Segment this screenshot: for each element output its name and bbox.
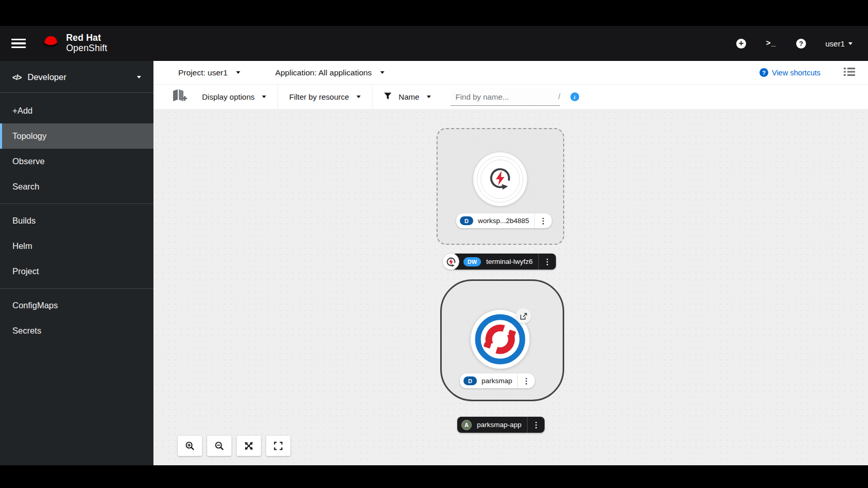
parksmap-app-group-label[interactable]: A parksmap-app ⋮ (457, 417, 545, 433)
sidebar-section-divider (0, 203, 153, 204)
sidebar-nav: +Add Topology Observe Search Builds Helm… (0, 93, 153, 343)
user-menu[interactable]: user1 (825, 39, 853, 48)
workspace-node-label[interactable]: D worksp...2b4885 ⋮ (456, 213, 552, 228)
sidebar-item-builds[interactable]: Builds (0, 208, 153, 233)
display-options-dropdown[interactable]: Display options (191, 89, 277, 105)
terminal-icon[interactable]: >_ (765, 38, 777, 49)
chevron-down-icon (848, 42, 853, 45)
application-badge: A (461, 420, 472, 430)
workspace-node-ring-inner (481, 160, 520, 199)
context-bar: Project: user1 Application: All applicat… (153, 61, 868, 85)
perspective-switcher[interactable]: </> Developer (0, 61, 153, 92)
project-dropdown[interactable]: Project: user1 (178, 68, 240, 77)
help-icon[interactable]: ? (795, 38, 807, 49)
slash-shortcut-hint: / (559, 92, 561, 101)
list-view-toggle-icon[interactable] (843, 67, 856, 79)
sidebar-item-configmaps[interactable]: ConfigMaps (0, 293, 153, 318)
sidebar-item-add[interactable]: +Add (0, 98, 153, 123)
topology-toolbar: Display options Filter by resource Name … (153, 85, 868, 109)
chevron-down-icon (262, 96, 266, 98)
sidebar: </> Developer +Add Topology Observe Sear… (0, 61, 153, 465)
reset-view-button[interactable] (266, 436, 290, 456)
sidebar-item-search[interactable]: Search (0, 174, 153, 199)
chevron-down-icon (357, 96, 361, 98)
sidebar-item-observe[interactable]: Observe (0, 149, 153, 174)
deployment-badge: D (463, 376, 477, 385)
open-url-decorator[interactable] (516, 308, 531, 324)
project-dropdown-label: Project: user1 (178, 68, 228, 77)
filter-funnel-icon (384, 92, 392, 101)
zoom-out-button[interactable] (207, 436, 231, 456)
terminal-node-row: DW terminal-lwyfz6 ⋮ (442, 253, 556, 270)
red-hat-fedora-icon (40, 34, 61, 53)
name-filter-label: Name (399, 92, 420, 101)
zoom-in-button[interactable] (178, 436, 202, 456)
devworkspace-icon (487, 165, 514, 194)
find-by-name-input[interactable] (456, 92, 559, 101)
main-content: Project: user1 Application: All applicat… (153, 61, 868, 465)
terminal-node-label[interactable]: DW terminal-lwyfz6 ⋮ (452, 254, 556, 270)
sidebar-item-secrets[interactable]: Secrets (0, 318, 153, 343)
chevron-down-icon (427, 96, 431, 98)
canvas-controls (178, 436, 290, 456)
info-icon[interactable]: i (570, 92, 579, 101)
parksmap-node-name: parksmap (477, 377, 517, 385)
question-circle-icon: ? (760, 68, 768, 77)
brand-logo[interactable]: Red Hat OpenShift (40, 33, 107, 53)
kebab-menu-icon[interactable]: ⋮ (528, 420, 545, 430)
name-filter-dropdown[interactable]: Name (373, 89, 442, 105)
letterbox-bottom (0, 465, 868, 488)
code-icon: </> (12, 73, 21, 82)
fit-to-screen-button[interactable] (237, 436, 261, 456)
menu-toggle-icon[interactable] (11, 36, 26, 51)
kebab-menu-icon[interactable]: ⋮ (535, 216, 552, 226)
sidebar-item-topology[interactable]: Topology (0, 123, 153, 149)
masthead: Red Hat OpenShift + >_ ? user1 (0, 26, 868, 61)
add-circle-icon[interactable]: + (735, 38, 747, 49)
perspective-label: Developer (27, 72, 131, 82)
chevron-down-icon (236, 71, 240, 74)
chevron-down-icon (137, 76, 141, 78)
kebab-menu-icon[interactable]: ⋮ (518, 376, 535, 386)
chevron-down-icon (380, 71, 384, 74)
sidebar-item-helm[interactable]: Helm (0, 233, 153, 259)
display-options-label: Display options (202, 92, 255, 101)
parksmap-app-group-name: parksmap-app (472, 421, 527, 429)
filter-by-resource-dropdown[interactable]: Filter by resource (278, 89, 372, 105)
brand-text: Red Hat OpenShift (66, 33, 107, 53)
deployment-badge: D (460, 216, 473, 225)
export-application-icon[interactable] (171, 88, 189, 105)
terminal-node-name: terminal-lwyfz6 (481, 258, 538, 265)
application-dropdown[interactable]: Application: All applications (275, 68, 384, 77)
sidebar-item-project[interactable]: Project (0, 259, 153, 284)
user-name: user1 (825, 39, 845, 48)
view-shortcuts-link[interactable]: ? View shortcuts (760, 68, 820, 77)
workspace-node-name: worksp...2b4885 (473, 217, 534, 225)
view-shortcuts-label: View shortcuts (772, 69, 820, 77)
letterbox-top (0, 0, 868, 26)
find-by-name-box: / (451, 88, 560, 106)
terminal-node[interactable] (442, 253, 459, 270)
workspace-node-ring (477, 156, 523, 202)
kebab-menu-icon[interactable]: ⋮ (539, 257, 556, 266)
filter-by-resource-label: Filter by resource (289, 92, 349, 101)
application-dropdown-label: Application: All applications (275, 68, 372, 77)
parksmap-node-label[interactable]: D parksmap ⋮ (460, 373, 535, 388)
sidebar-section-divider (0, 288, 153, 289)
external-link-icon (520, 312, 528, 320)
topology-canvas[interactable]: D worksp...2b4885 ⋮ DW terminal-lwyfz6 ⋮ (153, 109, 868, 465)
workspace-node[interactable] (473, 152, 527, 206)
devworkspace-badge: DW (463, 257, 481, 266)
